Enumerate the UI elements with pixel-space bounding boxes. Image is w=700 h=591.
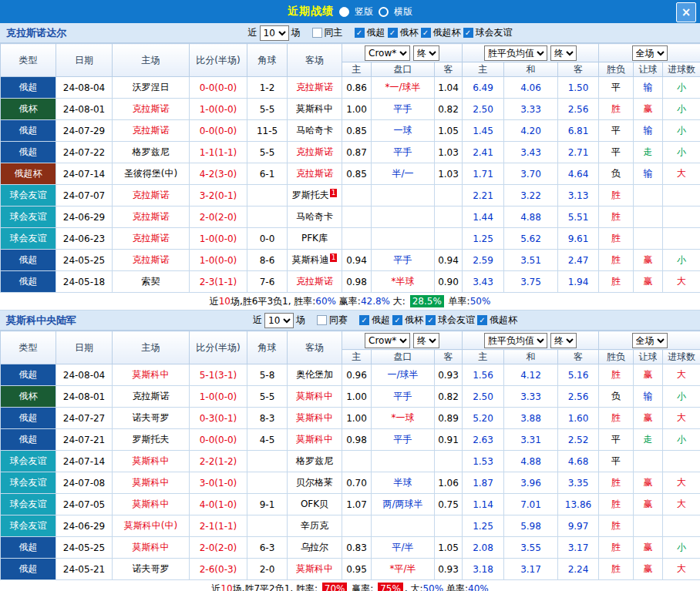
europe-draw-odds: 3.70 [504,163,558,185]
result-cell: 胜 [599,537,634,559]
league-badge: 俄超 [1,537,56,559]
asian-odds-source-select[interactable]: Crow* [365,333,410,348]
europe-draw-odds: 3.55 [504,537,558,559]
asian-home-odds: 0.95 [342,559,372,580]
league-filter-checkbox[interactable]: ✓ [392,315,402,325]
league-filter-checkbox[interactable]: ✓ [463,28,473,38]
sections-container: 克拉斯诺达尔近10场同主✓俄超✓俄杯✓俄超杯✓球会友谊类型日期主场比分(半场)角… [0,23,700,591]
handicap-cell: 一/球半 [372,364,435,386]
europe-home-odds: 6.49 [463,77,504,99]
corner-cell: 5-8 [247,364,288,386]
away-team-cell: OFK贝 [288,494,342,515]
same-filter-checkbox[interactable] [317,315,327,325]
league-filter-checkbox[interactable]: ✓ [388,28,398,38]
goals-cell: 小 [663,250,700,271]
away-team-cell: 罗斯托夫1 [288,185,342,207]
asian-odds-state-select[interactable]: 终 [413,333,439,348]
league-filter-checkbox[interactable]: ✓ [421,28,431,38]
away-team-cell: 克拉斯诺 [288,163,342,185]
handicap-cell: 平手 [372,429,435,451]
europe-home-odds: 1.14 [463,494,504,515]
close-button[interactable]: × [676,2,696,22]
asian-away-odds: 1.06 [435,472,463,494]
rank-badge: 1 [330,189,338,197]
portrait-radio[interactable] [339,7,349,17]
away-team-cell: 克拉斯诺 [288,77,342,99]
league-filter-label: 俄杯 [400,26,419,39]
summary-segment: 50% [422,583,443,591]
matches-table: 类型日期主场比分(半场)角球客场Crow*终胜平负均值终全场主盘口客主和客胜负让… [0,43,700,293]
landscape-radio[interactable] [379,7,389,17]
europe-home-odds: 1.53 [463,451,504,472]
handicap-result-cell [634,185,663,207]
summary-segment: 40% [468,583,489,591]
period-header: 全场 [599,331,700,350]
asian-away-odds: 0.75 [435,494,463,515]
score-cell: 2-6(0-3) [190,559,247,580]
home-team-cell: 圣彼得堡(中) [113,163,190,185]
league-filter-label: 俄超 [367,26,385,39]
match-count-select[interactable]: 10 [264,313,294,328]
league-badge: 俄超 [1,408,56,429]
corner-cell: 5-5 [247,142,288,163]
league-badge: 俄超 [1,250,56,271]
team-bar: 莫斯科中央陆军近10场同赛✓俄超✓俄杯✓球会友谊✓俄超杯 [0,311,700,331]
handicap-cell: 半球 [372,472,435,494]
home-team-cell: 克拉斯诺 [113,185,190,207]
europe-home-odds: 1.87 [463,472,504,494]
europe-odds-source-select[interactable]: 胜平负均值 [484,45,547,61]
result-cell: 胜 [599,472,634,494]
portrait-radio-label[interactable]: 竖版 [355,5,373,18]
asian-away-odds [435,228,463,250]
asian-home-odds: 1.00 [342,386,372,408]
asian-odds-source-select[interactable]: Crow* [365,45,410,61]
column-header: 主场 [113,44,190,77]
asian-odds-state-select[interactable]: 终 [413,45,439,61]
europe-away-odds: 1.94 [558,271,599,293]
corner-cell: 11-5 [247,120,288,142]
handicap-result-cell: 赢 [634,537,663,559]
league-filter-checkbox[interactable]: ✓ [477,315,487,325]
team-name: 克拉斯诺达尔 [6,26,66,40]
result-cell: 胜 [599,228,634,250]
europe-odds-source-select[interactable]: 胜平负均值 [484,333,547,348]
date-cell: 24-07-14 [56,451,113,472]
league-filter-checkbox[interactable]: ✓ [355,28,365,38]
away-team-cell: 辛历克 [288,515,342,537]
period-select[interactable]: 全场 [632,45,668,61]
handicap-result-cell: 赢 [634,559,663,580]
period-select[interactable]: 全场 [632,333,668,348]
column-header: 客场 [288,44,342,77]
europe-draw-odds: 3.88 [504,408,558,429]
goals-cell [663,228,700,250]
home-team-cell: 莫斯科中 [113,451,190,472]
same-filter-checkbox[interactable] [312,28,322,38]
europe-odds-state-select[interactable]: 终 [550,333,577,348]
goals-cell: 大 [663,472,700,494]
sub-column-header: 胜负 [599,350,634,364]
europe-away-odds: 4.68 [558,451,599,472]
goals-cell: 大 [663,364,700,386]
goals-cell [663,515,700,537]
handicap-result-cell: 输 [634,163,663,185]
home-team-cell: 克拉斯诺 [113,250,190,271]
goals-cell: 小 [663,120,700,142]
league-filter-checkbox[interactable]: ✓ [426,315,436,325]
corner-cell: 2-0 [247,559,288,580]
away-team-cell: 马哈奇卡 [288,120,342,142]
corner-cell [247,185,288,207]
europe-odds-state-select[interactable]: 终 [550,45,577,61]
match-row: 球会友谊24-06-23克拉斯诺1-0(0-0)0-0PFK库1.255.629… [1,228,700,250]
europe-home-odds: 2.59 [463,250,504,271]
match-count-select[interactable]: 10 [260,25,289,41]
handicap-result-cell [634,207,663,228]
league-filter-checkbox[interactable]: ✓ [359,315,369,325]
corner-cell: 0-0 [247,228,288,250]
europe-home-odds: 1.25 [463,228,504,250]
landscape-radio-label[interactable]: 横版 [394,5,412,18]
games-label: 场 [296,314,305,327]
europe-away-odds: 3.17 [558,537,599,559]
asian-away-odds: 0.89 [435,408,463,429]
away-team-cell: 莫斯科中 [288,386,342,408]
asian-away-odds: 0.90 [435,271,463,293]
